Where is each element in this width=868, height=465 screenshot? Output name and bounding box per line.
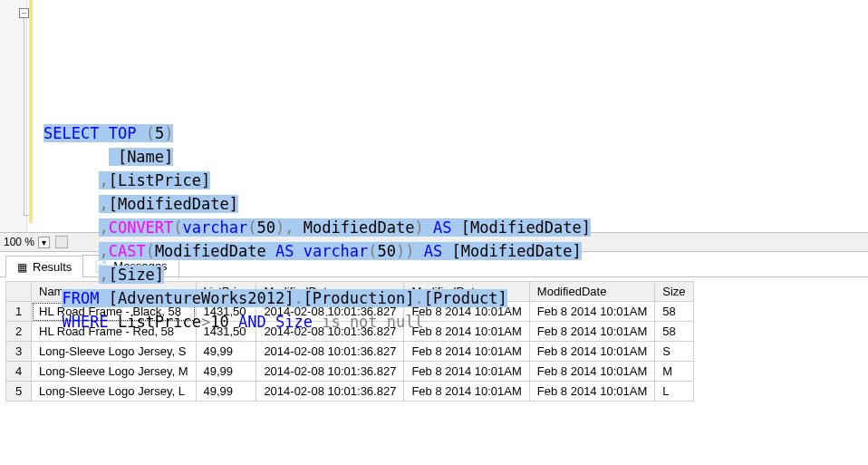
- code-token: [Size]: [109, 266, 164, 284]
- code-token: [136, 124, 145, 142]
- code-line[interactable]: ,CONVERT(varchar(50), ModifiedDate) AS […: [43, 216, 868, 239]
- code-token: ): [415, 218, 424, 237]
- code-token: ,: [99, 171, 108, 189]
- row-number-cell[interactable]: 5: [6, 382, 32, 402]
- grid-cell[interactable]: Long-Sleeve Logo Jersey, L: [32, 382, 197, 402]
- code-token: (: [146, 242, 155, 260]
- grid-cell[interactable]: Feb 8 2014 10:01AM: [529, 382, 654, 402]
- code-token: (: [146, 124, 155, 142]
- code-token: is not null: [322, 313, 424, 331]
- code-token: [415, 242, 424, 260]
- row-number-cell[interactable]: 3: [6, 342, 32, 362]
- code-token: [ModifiedDate]: [109, 195, 238, 213]
- code-token: [ModifiedDate]: [442, 242, 582, 260]
- code-token: >: [201, 313, 210, 331]
- grid-cell[interactable]: Feb 8 2014 10:01AM: [404, 382, 529, 402]
- code-line[interactable]: FROM [AdventureWorks2012].[Production].[…: [43, 286, 868, 310]
- code-token: (: [173, 218, 182, 237]
- table-row[interactable]: 5Long-Sleeve Logo Jersey, L49,992014-02-…: [6, 382, 694, 402]
- code-token: AS: [424, 242, 442, 260]
- fold-toggle-icon[interactable]: −: [19, 8, 29, 18]
- code-line[interactable]: WHERE ListPrice>10 AND Size is not null: [43, 310, 868, 334]
- sql-code-area[interactable]: − SELECT TOP (5) [Name] ,[ListPrice] ,[M…: [27, 0, 868, 232]
- code-token: WHERE: [62, 313, 108, 331]
- code-token: ModifiedDate: [294, 218, 414, 237]
- code-token: [99, 124, 108, 142]
- code-token: [Production]: [304, 289, 415, 307]
- code-token: [Name]: [109, 148, 174, 166]
- grid-icon: ▦: [17, 261, 27, 274]
- tab-results[interactable]: ▦ Results: [5, 256, 83, 277]
- row-number-header[interactable]: [6, 282, 32, 302]
- code-token: FROM: [62, 289, 99, 307]
- code-line[interactable]: ,[ListPrice]: [43, 169, 868, 192]
- code-token: [ModifiedDate]: [452, 218, 592, 237]
- code-token: [266, 313, 275, 331]
- code-line[interactable]: ,[Size]: [43, 263, 868, 286]
- code-token: 50: [256, 218, 275, 237]
- code-token: AS: [275, 242, 294, 260]
- code-token: AS: [433, 218, 451, 237]
- code-token: 5: [155, 124, 164, 142]
- grid-cell[interactable]: 2014-02-08 10:01:36.827: [256, 382, 404, 402]
- code-token: ),: [275, 218, 294, 237]
- code-token: 50: [378, 242, 396, 260]
- code-token: 10: [210, 313, 238, 331]
- code-token: .: [294, 289, 303, 307]
- code-token: Size: [275, 313, 313, 331]
- code-token: [Product]: [424, 289, 507, 307]
- row-number-cell[interactable]: 4: [6, 362, 32, 382]
- sql-editor-pane: − SELECT TOP (5) [Name] ,[ListPrice] ,[M…: [0, 0, 868, 232]
- code-line[interactable]: [Name]: [43, 145, 868, 169]
- code-token: [424, 218, 433, 237]
- code-token: CONVERT: [109, 218, 174, 237]
- code-token: [AdventureWorks2012]: [99, 289, 294, 307]
- code-token: ModifiedDate: [155, 242, 275, 260]
- code-token: varchar: [304, 242, 369, 260]
- code-token: .: [414, 289, 423, 307]
- code-token: (: [247, 218, 256, 237]
- zoom-value: 100 %: [4, 236, 34, 248]
- code-token: (: [368, 242, 377, 260]
- grid-cell[interactable]: L: [655, 382, 693, 402]
- code-token: ,: [99, 242, 108, 260]
- code-line[interactable]: ,[ModifiedDate]: [43, 192, 868, 216]
- code-token: [294, 242, 303, 260]
- code-line[interactable]: SELECT TOP (5): [43, 121, 868, 145]
- fold-guide-vertical: [24, 18, 24, 216]
- code-token: varchar: [183, 218, 248, 237]
- code-token: ListPrice: [109, 313, 201, 331]
- code-token: TOP: [109, 124, 137, 142]
- code-token: [ListPrice]: [109, 171, 211, 189]
- code-token: ,: [99, 266, 108, 284]
- code-token: ,: [99, 195, 108, 213]
- code-token: [313, 313, 322, 331]
- fold-guide-horizontal: [24, 215, 29, 216]
- tab-results-label: Results: [33, 260, 72, 274]
- row-number-cell[interactable]: 1: [6, 302, 32, 322]
- code-token: SELECT: [43, 124, 99, 142]
- code-token: CAST: [109, 242, 146, 260]
- code-token: AND: [238, 313, 266, 331]
- grid-cell[interactable]: 49,99: [196, 382, 256, 402]
- code-token: ,: [99, 218, 108, 237]
- code-line[interactable]: ,CAST(ModifiedDate AS varchar(50)) AS [M…: [43, 239, 868, 263]
- code-token: )): [396, 242, 414, 260]
- row-number-cell[interactable]: 2: [6, 322, 32, 342]
- code-token: ): [164, 124, 173, 142]
